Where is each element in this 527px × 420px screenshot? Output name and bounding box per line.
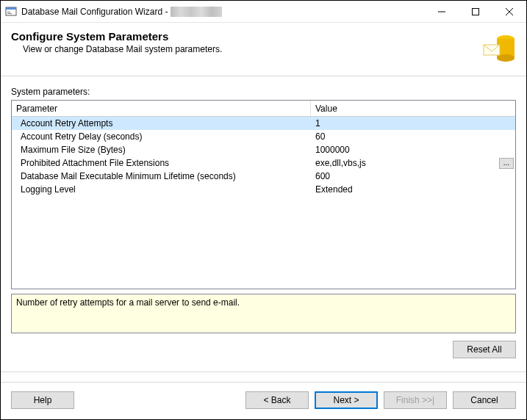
parameters-grid[interactable]: Parameter Value Account Retry Attempts1A… bbox=[11, 100, 516, 289]
parameter-name: Prohibited Attachment File Extensions bbox=[12, 158, 311, 168]
window-title-redacted bbox=[171, 7, 222, 17]
table-row[interactable]: Maximum File Size (Bytes)1000000 bbox=[12, 143, 515, 156]
title-bar: Database Mail Configuration Wizard - bbox=[1, 1, 526, 23]
finish-button: Finish >>| bbox=[384, 391, 447, 409]
column-header-parameter[interactable]: Parameter bbox=[12, 101, 311, 116]
maximize-button[interactable] bbox=[459, 1, 492, 22]
wizard-window: Database Mail Configuration Wizard - Con… bbox=[0, 0, 527, 420]
column-header-value[interactable]: Value bbox=[311, 101, 515, 116]
close-button[interactable] bbox=[492, 1, 526, 22]
grid-body: Account Retry Attempts1Account Retry Del… bbox=[12, 117, 515, 289]
table-row[interactable]: Database Mail Executable Minimum Lifetim… bbox=[12, 170, 515, 183]
table-row[interactable]: Account Retry Delay (seconds)60 bbox=[12, 130, 515, 143]
cancel-button[interactable]: Cancel bbox=[453, 391, 516, 409]
svg-rect-5 bbox=[473, 8, 479, 15]
wizard-footer: Help < Back Next > Finish >>| Cancel bbox=[1, 382, 526, 419]
reset-all-button[interactable]: Reset All bbox=[453, 341, 516, 358]
app-icon bbox=[5, 6, 17, 18]
parameter-value[interactable]: 60 bbox=[311, 131, 515, 142]
parameter-name: Logging Level bbox=[12, 184, 311, 195]
svg-rect-1 bbox=[6, 7, 16, 10]
parameter-name: Maximum File Size (Bytes) bbox=[12, 145, 311, 155]
table-row[interactable]: Prohibited Attachment File Extensionsexe… bbox=[12, 156, 515, 170]
page-title: Configure System Parameters bbox=[11, 30, 476, 43]
table-row[interactable]: Account Retry Attempts1 bbox=[12, 117, 515, 130]
table-row[interactable]: Logging LevelExtended bbox=[12, 183, 515, 196]
svg-rect-3 bbox=[7, 13, 12, 14]
parameter-name: Account Retry Attempts bbox=[12, 118, 311, 128]
parameter-value[interactable]: Extended bbox=[311, 184, 515, 195]
parameter-name: Database Mail Executable Minimum Lifetim… bbox=[12, 171, 311, 181]
parameter-name: Account Retry Delay (seconds) bbox=[12, 131, 311, 142]
content-area: System parameters: Parameter Value Accou… bbox=[1, 76, 526, 382]
grid-header: Parameter Value bbox=[12, 101, 515, 117]
minimize-button[interactable] bbox=[425, 1, 459, 22]
parameter-value[interactable]: 600 bbox=[311, 171, 515, 181]
mail-server-icon bbox=[482, 30, 516, 64]
window-title: Database Mail Configuration Wizard - bbox=[21, 7, 168, 17]
system-parameters-label: System parameters: bbox=[11, 87, 516, 97]
svg-rect-2 bbox=[7, 12, 10, 12]
window-controls bbox=[425, 1, 526, 22]
help-button[interactable]: Help bbox=[11, 391, 74, 409]
browse-button[interactable]: ... bbox=[499, 158, 514, 169]
page-subtitle: View or change Database Mail system para… bbox=[23, 44, 476, 54]
parameter-description: Number of retry attempts for a mail serv… bbox=[11, 294, 516, 333]
parameter-value[interactable]: 1000000 bbox=[311, 145, 515, 155]
wizard-header: Configure System Parameters View or chan… bbox=[1, 23, 526, 76]
parameter-value[interactable]: exe,dll,vbs,js... bbox=[311, 158, 515, 169]
parameter-value[interactable]: 1 bbox=[311, 118, 515, 128]
back-button[interactable]: < Back bbox=[245, 391, 309, 409]
next-button[interactable]: Next > bbox=[315, 391, 378, 409]
